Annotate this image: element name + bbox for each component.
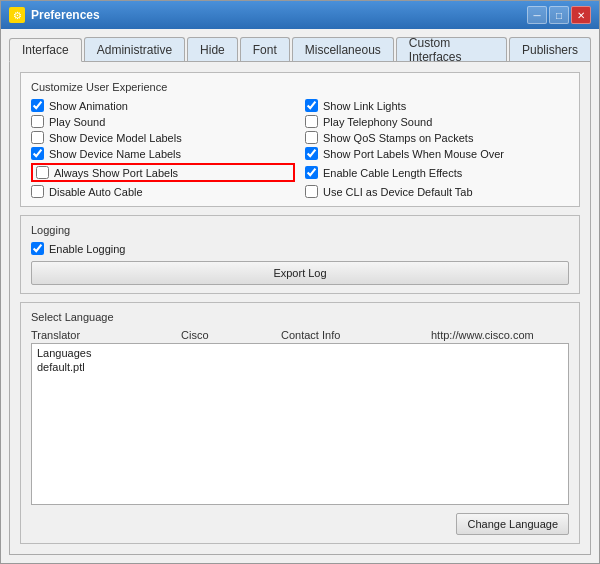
customize-title: Customize User Experience bbox=[31, 81, 569, 93]
checkbox-use-cli-label: Use CLI as Device Default Tab bbox=[323, 186, 473, 198]
maximize-button[interactable]: □ bbox=[549, 6, 569, 24]
checkbox-play-sound-input[interactable] bbox=[31, 115, 44, 128]
checkbox-show-link-lights: Show Link Lights bbox=[305, 99, 569, 112]
title-bar: ⚙ Preferences ─ □ ✕ bbox=[1, 1, 599, 29]
lang-list-item-default[interactable]: default.ptl bbox=[34, 360, 566, 374]
lang-header-contact: Contact Info bbox=[281, 329, 431, 341]
checkbox-show-animation-label: Show Animation bbox=[49, 100, 128, 112]
customize-section: Customize User Experience Show Animation… bbox=[20, 72, 580, 207]
tab-font[interactable]: Font bbox=[240, 37, 290, 61]
checkbox-always-show-port-input[interactable] bbox=[36, 166, 49, 179]
window-icon: ⚙ bbox=[9, 7, 25, 23]
checkbox-show-port-labels-mouse-label: Show Port Labels When Mouse Over bbox=[323, 148, 504, 160]
lang-list-item-languages[interactable]: Languages bbox=[34, 346, 566, 360]
language-title: Select Language bbox=[31, 311, 569, 323]
checkbox-disable-auto-cable-label: Disable Auto Cable bbox=[49, 186, 143, 198]
checkbox-enable-logging-label: Enable Logging bbox=[49, 243, 125, 255]
checkbox-show-name-label: Show Device Name Labels bbox=[49, 148, 181, 160]
checkbox-disable-auto-cable-input[interactable] bbox=[31, 185, 44, 198]
checkbox-always-show-port: Always Show Port Labels bbox=[31, 163, 295, 182]
checkbox-enable-cable-label: Enable Cable Length Effects bbox=[323, 167, 462, 179]
minimize-button[interactable]: ─ bbox=[527, 6, 547, 24]
checkbox-show-port-labels-mouse-input[interactable] bbox=[305, 147, 318, 160]
checkbox-show-qos-label: Show QoS Stamps on Packets bbox=[323, 132, 473, 144]
language-section: Select Language Translator Cisco Contact… bbox=[20, 302, 580, 544]
checkbox-show-animation-input[interactable] bbox=[31, 99, 44, 112]
change-language-button[interactable]: Change Language bbox=[456, 513, 569, 535]
tab-interface[interactable]: Interface bbox=[9, 38, 82, 62]
language-list[interactable]: Languages default.ptl bbox=[31, 343, 569, 505]
tab-bar: Interface Administrative Hide Font Misce… bbox=[9, 37, 591, 61]
tab-publishers[interactable]: Publishers bbox=[509, 37, 591, 61]
checkbox-disable-auto-cable: Disable Auto Cable bbox=[31, 185, 295, 198]
checkbox-enable-logging: Enable Logging bbox=[31, 242, 569, 255]
tab-hide[interactable]: Hide bbox=[187, 37, 238, 61]
checkboxes-grid: Show Animation Show Link Lights Play Sou… bbox=[31, 99, 569, 198]
tab-panel-interface: Customize User Experience Show Animation… bbox=[9, 61, 591, 555]
checkbox-show-qos-input[interactable] bbox=[305, 131, 318, 144]
checkbox-show-link-lights-input[interactable] bbox=[305, 99, 318, 112]
checkbox-show-name: Show Device Name Labels bbox=[31, 147, 295, 160]
checkbox-play-telephony: Play Telephony Sound bbox=[305, 115, 569, 128]
checkbox-show-link-lights-label: Show Link Lights bbox=[323, 100, 406, 112]
lang-header-cisco: Cisco bbox=[181, 329, 281, 341]
checkbox-always-show-port-label: Always Show Port Labels bbox=[54, 167, 178, 179]
export-log-button[interactable]: Export Log bbox=[31, 261, 569, 285]
checkbox-show-model-label: Show Device Model Labels bbox=[49, 132, 182, 144]
lang-header-url: http://www.cisco.com bbox=[431, 329, 569, 341]
tab-miscellaneous[interactable]: Miscellaneous bbox=[292, 37, 394, 61]
logging-title: Logging bbox=[31, 224, 569, 236]
checkbox-use-cli: Use CLI as Device Default Tab bbox=[305, 185, 569, 198]
checkbox-show-qos: Show QoS Stamps on Packets bbox=[305, 131, 569, 144]
checkbox-enable-cable: Enable Cable Length Effects bbox=[305, 163, 569, 182]
logging-section: Logging Enable Logging Export Log bbox=[20, 215, 580, 294]
checkbox-show-animation: Show Animation bbox=[31, 99, 295, 112]
checkbox-enable-cable-input[interactable] bbox=[305, 166, 318, 179]
checkbox-play-sound: Play Sound bbox=[31, 115, 295, 128]
lang-header-translator: Translator bbox=[31, 329, 181, 341]
window-title: Preferences bbox=[31, 8, 100, 22]
checkbox-show-model: Show Device Model Labels bbox=[31, 131, 295, 144]
tab-administrative[interactable]: Administrative bbox=[84, 37, 185, 61]
checkbox-play-telephony-input[interactable] bbox=[305, 115, 318, 128]
checkbox-use-cli-input[interactable] bbox=[305, 185, 318, 198]
checkbox-show-model-input[interactable] bbox=[31, 131, 44, 144]
checkbox-play-sound-label: Play Sound bbox=[49, 116, 105, 128]
checkbox-enable-logging-input[interactable] bbox=[31, 242, 44, 255]
bottom-buttons: Change Language bbox=[31, 513, 569, 535]
close-button[interactable]: ✕ bbox=[571, 6, 591, 24]
checkbox-show-port-labels-mouse: Show Port Labels When Mouse Over bbox=[305, 147, 569, 160]
checkbox-show-name-input[interactable] bbox=[31, 147, 44, 160]
language-header: Translator Cisco Contact Info http://www… bbox=[31, 329, 569, 341]
tab-custom-interfaces[interactable]: Custom Interfaces bbox=[396, 37, 507, 61]
checkbox-play-telephony-label: Play Telephony Sound bbox=[323, 116, 432, 128]
